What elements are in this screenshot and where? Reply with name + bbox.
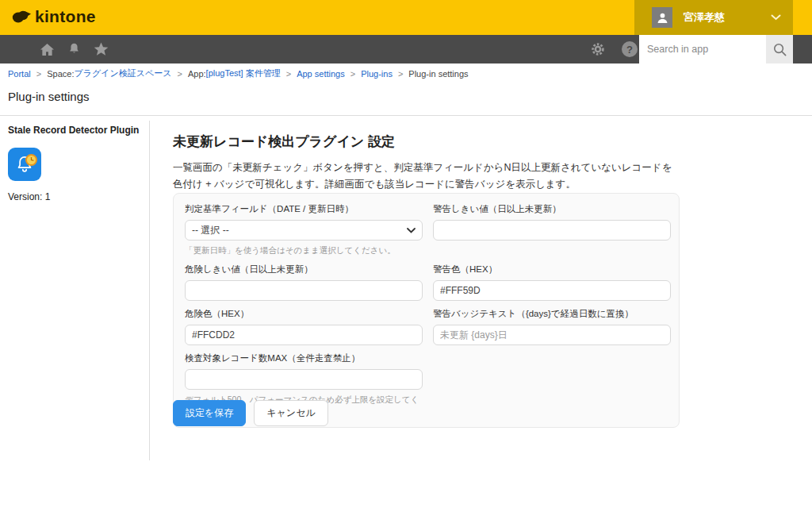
chevron-down-icon	[771, 14, 781, 21]
page-title: Plug-in settings	[8, 90, 90, 103]
breadcrumb-link-app[interactable]: [plugTest] 案件管理	[206, 67, 281, 79]
kintone-logo-icon	[11, 8, 32, 25]
danger-color-label: 危険色（HEX）	[185, 308, 423, 320]
plugin-version: Version: 1	[8, 191, 143, 202]
danger-color-input[interactable]	[185, 325, 423, 345]
plugin-settings-heading: 未更新レコード検出プラグイン 設定	[173, 133, 680, 151]
clock-icon	[25, 154, 37, 166]
danger-threshold-input[interactable]	[185, 280, 423, 301]
sidebar-divider	[149, 121, 150, 460]
user-avatar	[652, 7, 672, 28]
save-button[interactable]: 設定を保存	[173, 400, 246, 426]
judge-field-select[interactable]: -- 選択 --	[185, 220, 423, 241]
badge-text-input[interactable]	[433, 325, 671, 345]
user-name: 宮澤孝慈	[684, 10, 725, 25]
select-chevron-down-icon	[407, 228, 416, 233]
plugin-bell-icon	[8, 148, 41, 181]
user-menu[interactable]: 宮澤孝慈	[634, 0, 793, 35]
title-divider	[0, 115, 812, 116]
settings-form-panel: 判定基準フィールド（DATE / 更新日時） -- 選択 -- 「更新日時」を使…	[173, 193, 680, 428]
breadcrumb-link-space[interactable]: プラグイン検証スペース	[74, 67, 171, 79]
cancel-button[interactable]: キャンセル	[254, 400, 327, 426]
breadcrumb: Portal > Space: プラグイン検証スペース > App: [plug…	[8, 67, 469, 79]
breadcrumb-link-portal[interactable]: Portal	[8, 69, 31, 79]
help-icon[interactable]: ?	[622, 41, 638, 57]
warn-threshold-label: 警告しきい値（日以上未更新）	[433, 203, 671, 215]
breadcrumb-current: Plug-in settings	[408, 69, 468, 79]
home-icon[interactable]	[40, 43, 55, 56]
form-actions: 設定を保存 キャンセル	[173, 400, 328, 426]
max-records-input[interactable]	[185, 369, 423, 390]
kintone-logo[interactable]: kintone	[11, 7, 96, 26]
plugin-description: 一覧画面の「未更新チェック」ボタンを押すと、判定基準フィールドからN日以上更新さ…	[173, 160, 680, 192]
kintone-logo-text: kintone	[35, 7, 96, 26]
plugin-sidebar: Stale Record Detector Plugin Version: 1	[8, 125, 143, 202]
warn-threshold-input[interactable]	[433, 220, 671, 241]
breadcrumb-link-plugins[interactable]: Plug-ins	[361, 69, 393, 79]
search-button[interactable]	[766, 35, 793, 64]
search-input[interactable]	[639, 35, 766, 64]
notifications-bell-icon[interactable]	[67, 42, 81, 56]
danger-threshold-label: 危険しきい値（日以上未更新）	[185, 264, 423, 275]
warn-color-input[interactable]	[433, 280, 671, 301]
app-search	[639, 35, 766, 64]
plugin-name: Stale Record Detector Plugin	[8, 125, 143, 137]
breadcrumb-app-prefix: App:	[188, 69, 206, 79]
breadcrumb-link-app-settings[interactable]: App settings	[297, 69, 345, 79]
max-records-label: 検査対象レコード数MAX（全件走査禁止）	[185, 352, 423, 364]
menu-icon[interactable]	[8, 44, 27, 56]
badge-text-label: 警告バッジテキスト（{days}で経過日数に置換）	[433, 308, 671, 320]
judge-field-label: 判定基準フィールド（DATE / 更新日時）	[185, 203, 423, 215]
judge-field-helper: 「更新日時」を使う場合はそのまま選択してください。	[185, 245, 423, 256]
favorites-star-icon[interactable]	[94, 42, 109, 56]
app-header: kintone 宮澤孝慈	[0, 0, 812, 35]
breadcrumb-space-prefix: Space:	[47, 69, 74, 79]
warn-color-label: 警告色（HEX）	[433, 264, 671, 275]
settings-gear-icon[interactable]	[590, 41, 606, 57]
